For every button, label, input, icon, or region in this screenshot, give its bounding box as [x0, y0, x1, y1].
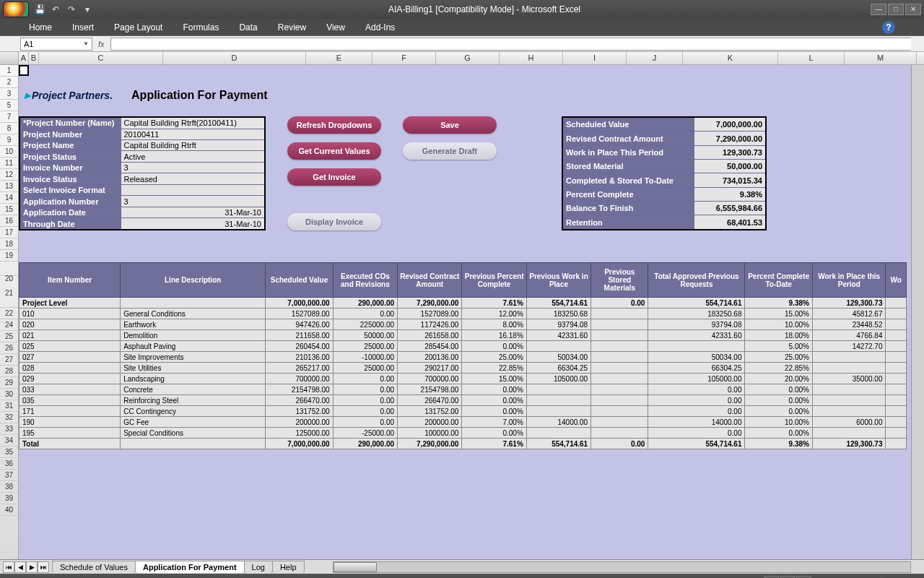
row-header[interactable]: 38	[0, 481, 18, 493]
get-invoice-button[interactable]: Get Invoice	[287, 168, 381, 186]
table-cell[interactable]: 700000.00	[398, 374, 462, 384]
table-cell[interactable]: 1527089.00	[398, 309, 462, 319]
field-value[interactable]: 3	[121, 196, 265, 207]
table-cell[interactable]: 029	[19, 374, 121, 384]
table-cell[interactable]: 0.00%	[462, 428, 526, 439]
column-header[interactable]: F	[372, 52, 436, 64]
table-cell[interactable]: 290,000.00	[333, 439, 397, 449]
table-cell[interactable]: 200000.00	[266, 417, 333, 428]
tab-add-ins[interactable]: Add-Ins	[365, 22, 395, 33]
row-header[interactable]: 21	[0, 276, 18, 308]
table-cell[interactable]	[812, 384, 886, 395]
table-cell[interactable]	[812, 406, 886, 417]
table-cell[interactable]: 0.00	[591, 439, 648, 449]
table-cell[interactable]: 50034.00	[526, 352, 590, 363]
table-cell[interactable]	[812, 428, 886, 439]
table-cell[interactable]: 25.00%	[745, 352, 812, 363]
table-cell[interactable]: Reinforcing Steel	[121, 395, 266, 406]
tab-review[interactable]: Review	[278, 22, 306, 33]
table-cell[interactable]: -25000.00	[333, 428, 397, 439]
column-header[interactable]: L	[778, 52, 845, 64]
table-cell[interactable]: 105000.00	[648, 374, 745, 384]
tab-nav-last-icon[interactable]: ⏭	[38, 561, 49, 573]
table-cell[interactable]: 0.00%	[745, 428, 812, 439]
name-box[interactable]: A1 ▼	[20, 38, 92, 51]
tab-home[interactable]: Home	[29, 22, 52, 33]
table-cell[interactable]: 25000.00	[333, 341, 397, 352]
table-cell[interactable]	[812, 395, 886, 406]
worksheet-area[interactable]: ▸Project Partners. Application For Payme…	[19, 65, 924, 559]
row-header[interactable]: 11	[0, 158, 18, 169]
table-cell[interactable]: 0.00	[333, 374, 397, 384]
undo-icon[interactable]: ↶	[49, 3, 62, 16]
table-cell[interactable]	[591, 406, 648, 417]
table-cell[interactable]	[591, 319, 648, 330]
table-cell[interactable]: 0.00%	[462, 341, 526, 352]
table-cell[interactable]: 554,714.61	[526, 439, 590, 449]
row-header[interactable]: 31	[0, 400, 18, 412]
field-value[interactable]: Capital Building Rtrft	[121, 139, 265, 150]
table-cell[interactable]	[591, 384, 648, 395]
table-cell[interactable]: 7,000,000.00	[266, 439, 333, 449]
table-cell[interactable]: 7.00%	[462, 417, 526, 428]
field-value[interactable]: 3	[121, 162, 265, 173]
table-cell[interactable]	[591, 330, 648, 341]
table-cell[interactable]: 66304.25	[648, 363, 745, 374]
row-header[interactable]: 22	[0, 308, 18, 319]
table-cell[interactable]: 66304.25	[526, 363, 590, 374]
row-header[interactable]: 9	[0, 134, 18, 146]
row-header[interactable]: 14	[0, 192, 18, 204]
table-cell[interactable]: 033	[19, 384, 121, 395]
table-cell[interactable]: 6000.00	[812, 417, 886, 428]
column-header[interactable]: A	[19, 52, 29, 64]
column-header[interactable]: C	[39, 52, 163, 64]
table-cell[interactable]: 0.00	[648, 384, 745, 395]
row-header[interactable]: 7	[0, 111, 18, 123]
table-cell[interactable]: 195	[19, 428, 121, 439]
table-cell[interactable]: -10000.00	[333, 352, 397, 363]
table-cell[interactable]	[526, 341, 590, 352]
table-cell[interactable]: 035	[19, 395, 121, 406]
table-cell[interactable]: 554,714.61	[648, 439, 745, 449]
table-cell[interactable]	[591, 374, 648, 384]
row-header[interactable]: 36	[0, 458, 18, 470]
table-cell[interactable]	[121, 439, 266, 449]
table-cell[interactable]: GC Fee	[121, 417, 266, 428]
row-header[interactable]: 29	[0, 377, 18, 389]
minimize-button[interactable]: —	[871, 4, 886, 15]
display-invoice-button[interactable]: Display Invoice	[287, 213, 381, 230]
table-cell[interactable]: 200000.00	[398, 417, 462, 428]
table-cell[interactable]: 947426.00	[266, 319, 333, 330]
row-header[interactable]: 8	[0, 123, 18, 134]
table-cell[interactable]: 0.00	[333, 309, 397, 319]
table-cell[interactable]: 0.00%	[745, 406, 812, 417]
table-cell[interactable]: 225000.00	[333, 319, 397, 330]
table-cell[interactable]: 93794.08	[648, 319, 745, 330]
sheet-tab-help[interactable]: Help	[272, 561, 305, 573]
table-cell[interactable]: 700000.00	[266, 374, 333, 384]
table-cell[interactable]	[591, 352, 648, 363]
row-header[interactable]: 18	[0, 238, 18, 250]
table-cell[interactable]: Project Level	[19, 298, 121, 309]
table-cell[interactable]: 2154798.00	[398, 384, 462, 395]
table-cell[interactable]: 0.00	[648, 395, 745, 406]
column-header[interactable]: G	[436, 52, 500, 64]
table-cell[interactable]: 266470.00	[266, 395, 333, 406]
table-cell[interactable]: 0.00%	[462, 384, 526, 395]
table-cell[interactable]: 131752.00	[266, 406, 333, 417]
table-cell[interactable]: Earthwork	[121, 319, 266, 330]
table-cell[interactable]: 22.85%	[745, 363, 812, 374]
table-cell[interactable]	[648, 341, 745, 352]
table-cell[interactable]: 5.00%	[745, 341, 812, 352]
office-button[interactable]	[3, 1, 29, 17]
row-header[interactable]: 10	[0, 146, 18, 158]
table-cell[interactable]: 105000.00	[526, 374, 590, 384]
tab-insert[interactable]: Insert	[72, 22, 94, 33]
table-cell[interactable]: General Conditions	[121, 309, 266, 319]
row-header[interactable]: 2	[0, 77, 18, 88]
row-header[interactable]: 37	[0, 470, 18, 481]
table-cell[interactable]: 010	[19, 309, 121, 319]
row-header[interactable]: 12	[0, 169, 18, 181]
table-cell[interactable]: 290217.00	[398, 363, 462, 374]
table-cell[interactable]: 0.00	[333, 384, 397, 395]
